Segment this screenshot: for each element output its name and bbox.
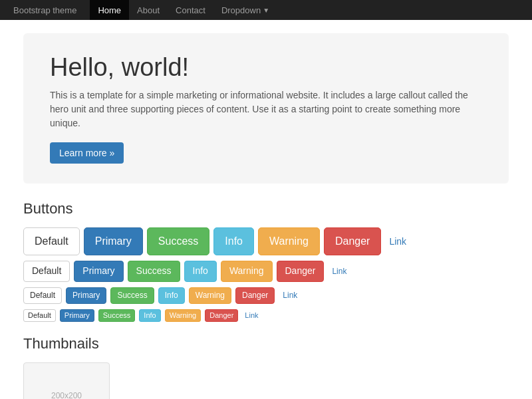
btn-warning-lg[interactable]: Warning: [258, 227, 320, 255]
btn-default-lg[interactable]: Default: [23, 227, 80, 255]
btn-link-md[interactable]: Link: [328, 265, 350, 278]
hero-unit: Hello, world! This is a template for a s…: [23, 33, 509, 184]
btn-info-md[interactable]: Info: [184, 261, 217, 282]
btn-info-xs[interactable]: Info: [139, 309, 160, 322]
btn-default-md[interactable]: Default: [23, 261, 70, 282]
button-row-xs: Default Primary Success Info Warning Dan…: [23, 309, 509, 322]
btn-primary-xs[interactable]: Primary: [60, 309, 94, 322]
btn-warning-md[interactable]: Warning: [221, 261, 273, 282]
buttons-section-title: Buttons: [23, 200, 509, 217]
button-row-lg: Default Primary Success Info Warning Dan…: [23, 227, 509, 255]
btn-success-md[interactable]: Success: [128, 261, 180, 282]
btn-link-xs[interactable]: Link: [242, 311, 261, 320]
btn-info-lg[interactable]: Info: [213, 227, 254, 255]
btn-default-sm[interactable]: Default: [23, 287, 62, 304]
navbar-brand: Bootstrap theme: [13, 5, 76, 15]
hero-description: This is a template for a simple marketin…: [50, 88, 482, 130]
nav-items: Home About Contact Dropdown ▼: [90, 0, 277, 20]
thumbnail-label: 200x200: [51, 391, 82, 399]
thumbnails-section: Thumbnails 200x200: [23, 335, 509, 399]
learn-more-button[interactable]: Learn more »: [50, 142, 124, 164]
nav-item-home[interactable]: Home: [90, 0, 129, 20]
btn-primary-lg[interactable]: Primary: [84, 227, 143, 255]
btn-danger-lg[interactable]: Danger: [324, 227, 381, 255]
nav-item-dropdown[interactable]: Dropdown ▼: [213, 0, 277, 20]
btn-info-sm[interactable]: Info: [158, 287, 185, 304]
btn-danger-xs[interactable]: Danger: [205, 309, 238, 322]
btn-link-sm[interactable]: Link: [279, 289, 301, 302]
thumbnails-section-title: Thumbnails: [23, 335, 509, 352]
btn-warning-xs[interactable]: Warning: [165, 309, 201, 322]
btn-warning-sm[interactable]: Warning: [189, 287, 231, 304]
navbar: Bootstrap theme Home About Contact Dropd…: [0, 0, 532, 20]
btn-link-lg[interactable]: Link: [385, 233, 410, 250]
button-row-sm: Default Primary Success Info Warning Dan…: [23, 287, 509, 304]
btn-success-lg[interactable]: Success: [147, 227, 209, 255]
thumbnail-placeholder: 200x200: [23, 362, 110, 399]
btn-success-sm[interactable]: Success: [110, 287, 154, 304]
hero-title: Hello, world!: [50, 53, 482, 82]
btn-danger-sm[interactable]: Danger: [235, 287, 275, 304]
nav-item-about[interactable]: About: [129, 0, 168, 20]
chevron-down-icon: ▼: [263, 7, 269, 14]
btn-default-xs[interactable]: Default: [23, 309, 56, 322]
btn-success-xs[interactable]: Success: [98, 309, 136, 322]
button-row-md: Default Primary Success Info Warning Dan…: [23, 261, 509, 282]
buttons-section: Buttons Default Primary Success Info War…: [23, 200, 509, 322]
btn-danger-md[interactable]: Danger: [277, 261, 325, 282]
btn-primary-sm[interactable]: Primary: [66, 287, 106, 304]
nav-item-contact[interactable]: Contact: [168, 0, 213, 20]
main-container: Hello, world! This is a template for a s…: [13, 20, 519, 399]
btn-primary-md[interactable]: Primary: [74, 261, 123, 282]
